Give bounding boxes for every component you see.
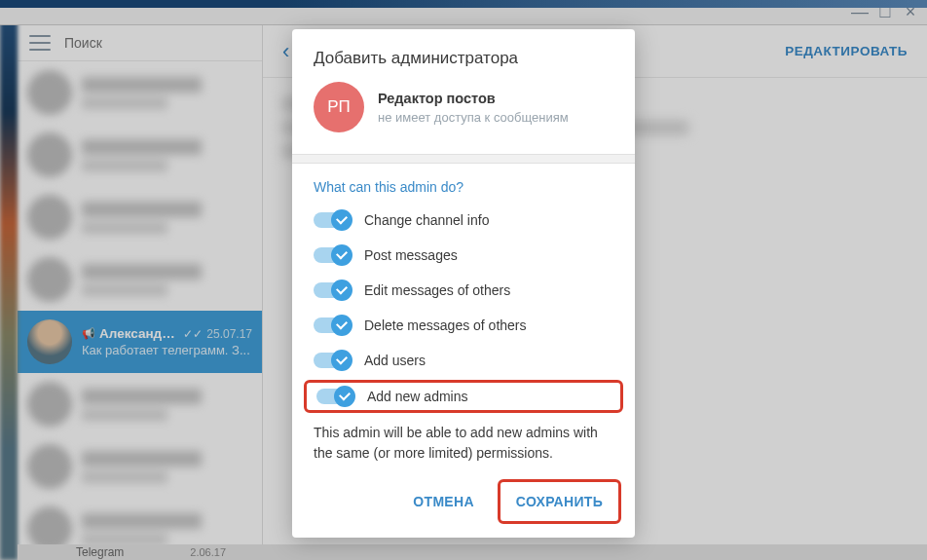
perm-row-delete-messages: Delete messages of others [314,317,613,333]
dialog-title: Добавить администратора [292,29,635,82]
perm-label: Add new admins [367,389,468,404]
permission-note: This admin will be able to add new admin… [314,423,613,464]
perm-row-edit-messages: Edit messages of others [314,282,613,298]
perm-label: Change channel info [364,212,489,228]
modal-overlay[interactable]: Добавить администратора РП Редактор пост… [0,0,927,560]
toggle-change-info[interactable] [314,212,351,228]
add-admin-dialog: Добавить администратора РП Редактор пост… [292,29,635,538]
toggle-add-new-admins[interactable] [316,389,353,404]
admin-info-row: РП Редактор постов не имеет доступа к со… [292,82,635,154]
admin-name: Редактор постов [378,91,569,106]
cancel-button[interactable]: ОТМЕНА [399,479,487,524]
perm-row-change-info: Change channel info [314,212,613,228]
perm-label: Add users [364,353,426,368]
toggle-delete-messages[interactable] [314,317,351,333]
admin-avatar: РП [314,82,364,132]
dialog-body: What can this admin do? Change channel i… [292,164,635,469]
dialog-separator [292,154,635,164]
toggle-add-users[interactable] [314,353,351,368]
highlight-add-new-admins: Add new admins [304,380,623,413]
perm-label: Delete messages of others [364,317,527,333]
permissions-section-label: What can this admin do? [314,179,613,195]
perm-label: Edit messages of others [364,282,510,298]
highlight-save: СОХРАНИТЬ [498,479,621,524]
perm-label: Post messages [364,247,458,263]
toggle-post-messages[interactable] [314,247,351,263]
perm-row-add-users: Add users [314,353,613,368]
perm-row-post-messages: Post messages [314,247,613,263]
save-button[interactable]: СОХРАНИТЬ [502,486,616,517]
admin-status: не имеет доступа к сообщениям [378,110,569,125]
dialog-footer: ОТМЕНА СОХРАНИТЬ [292,469,635,538]
toggle-edit-messages[interactable] [314,282,351,298]
